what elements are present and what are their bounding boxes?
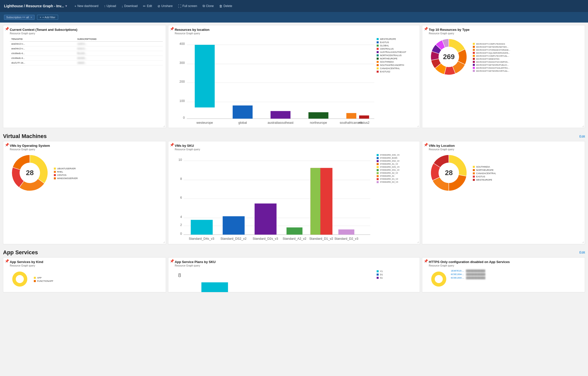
- edit-icon: ✏: [143, 4, 146, 8]
- svg-rect-44: [320, 168, 332, 235]
- legend-color: [377, 48, 379, 50]
- legend-item: CENTRALUS: [377, 48, 417, 50]
- svg-text:Standard_D2s_v3: Standard_D2s_v3: [252, 237, 278, 241]
- svg-text:2: 2: [180, 223, 182, 227]
- tenant-id-cell: 4b1f17f7-26...: [10, 61, 76, 65]
- bar-chart-svg: 400 300 200 100 0: [175, 37, 374, 124]
- legend-item: RHEL: [54, 171, 94, 173]
- main-content: 📌 Current Context (Tenant and Subscripti…: [0, 23, 588, 297]
- new-dashboard-btn[interactable]: + New dashboard: [72, 3, 101, 9]
- resize-handle[interactable]: ⊿: [581, 240, 585, 244]
- legend-item: EASTUS: [377, 41, 417, 44]
- app-services-widget-row: 📌 App Services by Kind Resource Graph qu…: [3, 257, 585, 292]
- fullscreen-btn[interactable]: ⛶ Full screen: [176, 3, 200, 9]
- resize-handle[interactable]: ⊿: [581, 124, 585, 128]
- https-content: 1E487E15-...████████████6C5E1304-...████…: [429, 269, 582, 289]
- chart-area: 8 4 Y1D1S1: [175, 269, 417, 292]
- app-services-edit-btn[interactable]: Edit: [579, 250, 585, 254]
- svg-text:Standard_DS2_v2: Standard_DS2_v2: [220, 237, 246, 241]
- legend-label: STANDARD_DS2_V2: [380, 160, 399, 162]
- legend-color: [473, 43, 475, 45]
- legend-item: SOUTHINDIA: [377, 61, 417, 63]
- widget-inner: Top 10 Resources by Type Resource Graph …: [425, 28, 582, 77]
- upload-icon: ↑: [104, 4, 106, 8]
- resize-handle[interactable]: ⊿: [416, 124, 420, 128]
- legend-color: [377, 166, 379, 168]
- legend-label: FUNCTIONAPP: [37, 280, 53, 282]
- top-bar: Lighthouse / Resource Graph - Inv... ▾ +…: [0, 0, 588, 12]
- download-btn[interactable]: ↓ Download: [119, 3, 140, 9]
- resize-handle[interactable]: ⊿: [162, 124, 166, 128]
- top10-center-value: 269: [443, 53, 455, 61]
- legend-item: MICROSOFT.COMPUTE/VIRTUAL...: [473, 55, 515, 57]
- legend-color: [473, 55, 475, 57]
- resources-by-location-widget: 📌 Resources by location Resource Graph q…: [168, 25, 420, 128]
- legend-item: UBUNTUSERVER: [54, 167, 94, 170]
- https-partial-svg: [429, 269, 449, 289]
- table-row: aea04e13-c...6c5e13...: [10, 46, 163, 51]
- svg-text:100: 100: [179, 99, 185, 103]
- subscription-filter-tag[interactable]: Subscription == all ✕: [4, 15, 35, 20]
- https-row-id: 6C5E1304-...: [451, 273, 464, 276]
- vm-edit-btn[interactable]: Edit: [579, 135, 585, 138]
- breadcrumb-chevron[interactable]: ▾: [65, 4, 67, 8]
- table-row: 4b1f17f7-26...26b83f...: [10, 61, 163, 65]
- subscription-id-cell: b9260b...: [76, 56, 163, 61]
- legend-item: MICROSOFT.COMPUTE/DISKS: [473, 43, 515, 45]
- plus-icon: +: [74, 4, 76, 8]
- delete-btn[interactable]: 🗑 Delete: [217, 3, 235, 9]
- current-context-subtitle: Resource Graph query: [10, 32, 163, 35]
- legend-label: STANDARD_DS1_V2: [380, 169, 399, 171]
- legend-label: STANDARD_D2S_V3: [380, 166, 399, 168]
- legend-label: CENTRALUS: [380, 48, 394, 50]
- legend-color: [377, 58, 379, 60]
- app-sku-svg: 8 4: [175, 269, 374, 292]
- legend-item: APP: [34, 277, 74, 279]
- app-sku-title: App Service Plans by SKU: [175, 260, 417, 264]
- unshare-btn[interactable]: ⊘ Unshare: [155, 3, 175, 9]
- svg-text:Standard_D2_v3: Standard_D2_v3: [334, 237, 358, 241]
- app-kind-title: App Services by Kind: [10, 260, 163, 264]
- legend-label: CANADACENTRAL: [476, 172, 496, 175]
- svg-text:4: 4: [180, 215, 182, 219]
- resize-handle[interactable]: ⊿: [162, 240, 166, 244]
- resources-by-location-legend: WESTEUROPEEASTUSGLOBALCENTRALUSAUSTRALIA…: [377, 37, 417, 73]
- upload-btn[interactable]: ↑ Upload: [101, 3, 119, 9]
- legend-item: STANDARD_A1: [377, 175, 417, 177]
- legend-item: D1: [377, 273, 417, 276]
- widget-inner: Resources by location Resource Graph que…: [171, 28, 417, 125]
- add-filter-btn[interactable]: + + Add filter: [37, 15, 58, 20]
- filter-close-icon[interactable]: ✕: [30, 16, 32, 19]
- legend-label: RHEL: [57, 171, 63, 173]
- edit-btn[interactable]: ✏ Edit: [140, 3, 155, 9]
- legend-label: MICROSOFT.NETWORK/PUBLICI...: [476, 64, 509, 66]
- legend-color: [377, 51, 379, 53]
- legend-item: WINDOWSSERVER: [54, 177, 94, 180]
- svg-text:global: global: [238, 121, 247, 124]
- svg-text:australiasoutheast: australiasoutheast: [267, 121, 293, 124]
- legend-color: [473, 67, 475, 69]
- vms-sku-subtitle: Resource Graph query: [175, 148, 417, 151]
- legend-color: [34, 280, 36, 282]
- clone-btn[interactable]: ⧉ Clone: [200, 3, 216, 9]
- chart-area: 400 300 200 100 0: [175, 37, 417, 125]
- legend-color: [54, 168, 56, 170]
- legend-label: WINDOWSSERVER: [57, 177, 78, 180]
- legend-color: [377, 157, 379, 159]
- legend-item: MICROSOFT.INSIGHTS/ALERTRU...: [473, 67, 515, 69]
- svg-text:westeurope: westeurope: [196, 121, 213, 124]
- legend-label: STANDARD_D4S_V3: [380, 154, 399, 156]
- vms-sku-legend: STANDARD_D4S_V3STANDARD_B1MSSTANDARD_DS2…: [377, 153, 417, 183]
- legend-color: [473, 169, 475, 171]
- https-only-widget: 📌 HTTPS Only configuration disabled on A…: [422, 257, 585, 292]
- legend-item: EASTUS2: [377, 70, 417, 73]
- svg-rect-20: [359, 115, 369, 119]
- legend-color: [377, 38, 379, 40]
- pin-icon: 📌: [424, 143, 428, 147]
- legend-color: [473, 70, 475, 72]
- resize-handle[interactable]: ⊿: [416, 240, 420, 244]
- legend-label: EASTUS2: [380, 70, 390, 73]
- legend-item: NORTHCENTRALUS: [377, 54, 417, 57]
- svg-text:eastus2: eastus2: [358, 121, 370, 124]
- legend-item: GLOBAL: [377, 44, 417, 47]
